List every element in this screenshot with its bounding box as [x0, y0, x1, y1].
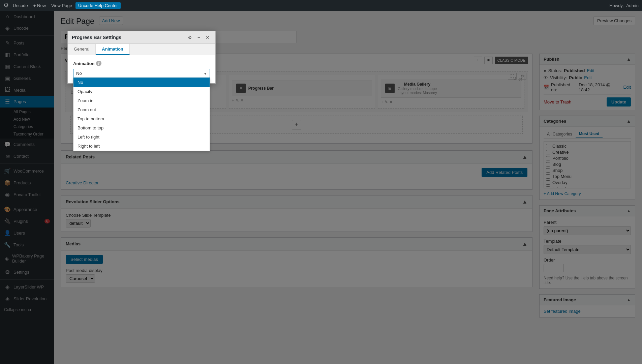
progress-bar-modal: Progress Bar Settings ⚙ − ✕ General Anim…	[67, 31, 216, 84]
wp-logo-icon[interactable]: ⚙	[3, 2, 9, 9]
modal-title: Progress Bar Settings	[72, 35, 121, 40]
modal-controls: ⚙ − ✕	[186, 34, 211, 41]
help-center-link[interactable]: Uncode Help Center	[75, 2, 121, 9]
dropdown-option-no[interactable]: No	[73, 78, 210, 87]
dropdown-option-zoom-in[interactable]: Zoom in	[73, 96, 210, 105]
animation-section-label: Animation ?	[73, 61, 210, 66]
animation-select-display[interactable]: No ▼	[73, 69, 210, 78]
new-item[interactable]: + New	[31, 3, 48, 8]
dropdown-option-left-to-right[interactable]: Left to right	[73, 132, 210, 142]
dropdown-option-zoom-out[interactable]: Zoom out	[73, 105, 210, 114]
view-page-link[interactable]: View Page	[49, 3, 74, 8]
dropdown-arrow-icon: ▼	[204, 71, 207, 75]
animation-help-icon: ?	[96, 61, 101, 66]
howdy-text: Howdy, Admin	[609, 3, 639, 8]
modal-body: Animation ? No ▼ No Opacity Zoom in Zoom…	[68, 55, 215, 83]
modal-close-btn[interactable]: ✕	[204, 34, 211, 41]
dropdown-option-bottom-to-top[interactable]: Bottom to top	[73, 123, 210, 132]
modal-overlay: Progress Bar Settings ⚙ − ✕ General Anim…	[0, 11, 642, 330]
animation-select-container: No ▼ No Opacity Zoom in Zoom out Top to …	[73, 69, 210, 78]
modal-titlebar: Progress Bar Settings ⚙ − ✕	[68, 31, 215, 44]
modal-tabs: General Animation	[68, 44, 215, 55]
dropdown-option-opacity[interactable]: Opacity	[73, 87, 210, 96]
tab-animation[interactable]: Animation	[96, 44, 130, 55]
admin-bar: ⚙ Uncode + New View Page Uncode Help Cen…	[0, 0, 642, 11]
site-name[interactable]: Uncode	[11, 3, 30, 8]
modal-minimize-btn[interactable]: −	[196, 34, 202, 41]
dropdown-option-top-to-bottom[interactable]: Top to bottom	[73, 114, 210, 123]
dropdown-option-right-to-left[interactable]: Right to left	[73, 142, 210, 151]
tab-general[interactable]: General	[68, 44, 96, 55]
modal-settings-btn[interactable]: ⚙	[186, 34, 194, 41]
animation-dropdown-list: No Opacity Zoom in Zoom out Top to botto…	[73, 78, 210, 151]
